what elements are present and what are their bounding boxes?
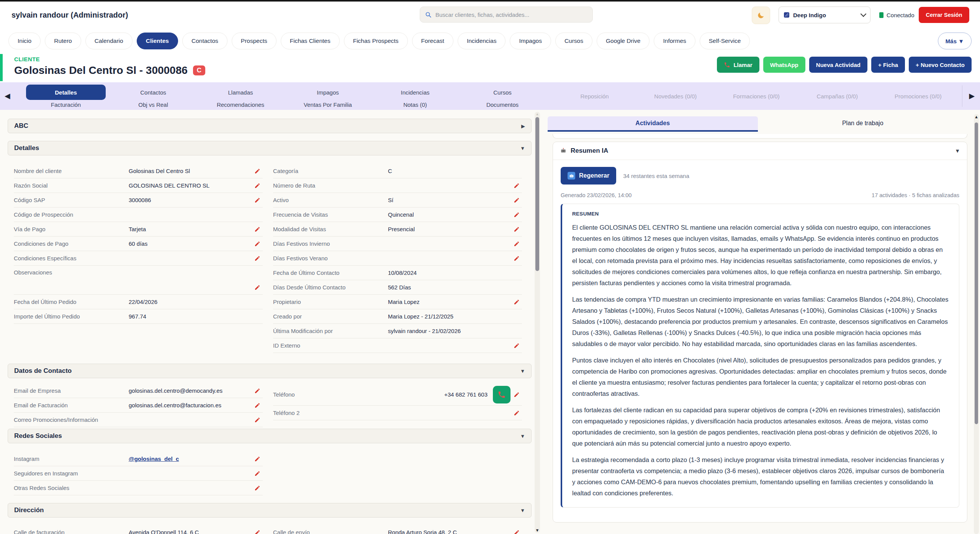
whatsapp-button[interactable]: WhatsApp: [763, 57, 805, 73]
right-pane-scrollbar[interactable]: ▲: [974, 114, 979, 534]
strip-tab-label: Campañas (0/0): [816, 93, 858, 100]
section-datos-contacto[interactable]: Datos de Contacto ▼: [8, 364, 532, 378]
tab-plan-de-trabajo[interactable]: Plan de trabajo: [758, 116, 968, 132]
tab-reposicion[interactable]: Reposición: [554, 93, 635, 100]
edit-pencil-icon[interactable]: [254, 388, 260, 394]
new-activity-button[interactable]: Nueva Actividad: [809, 57, 867, 73]
resumen-ia-header[interactable]: Resumen IA ▼: [553, 142, 967, 160]
tab-actividades[interactable]: Actividades: [548, 116, 758, 132]
nav-tab-fichas-clientes[interactable]: Fichas Clientes: [281, 33, 340, 49]
tab-ventas-por-familia[interactable]: Ventas Por Familia: [284, 101, 371, 108]
call-phone-button[interactable]: [493, 386, 510, 403]
field-value[interactable]: @golosinas_del_c: [129, 456, 251, 462]
tab-campanas-0-0[interactable]: Campañas (0/0): [797, 93, 878, 100]
regenerate-button[interactable]: Regenerar: [561, 167, 616, 185]
edit-pencil-icon[interactable]: [514, 410, 520, 416]
tab-llamadas[interactable]: Llamadas: [197, 85, 284, 100]
edit-pencil-icon[interactable]: [514, 241, 520, 247]
scrollbar-thumb[interactable]: [535, 117, 539, 271]
nav-tab-inicio[interactable]: Inicio: [8, 33, 41, 49]
edit-pencil-icon[interactable]: [254, 456, 260, 462]
tab-formaciones-0-0[interactable]: Formaciones (0/0): [716, 93, 797, 100]
edit-pencil-icon[interactable]: [514, 343, 520, 349]
edit-pencil-icon[interactable]: [254, 529, 260, 534]
edit-pencil-icon[interactable]: [514, 299, 520, 305]
section-detalles[interactable]: Detalles ▼: [8, 141, 532, 155]
edit-pencil-icon[interactable]: [514, 255, 520, 261]
nav-tab-impagos[interactable]: Impagos: [510, 33, 551, 49]
nav-tab-google-drive[interactable]: Google Drive: [597, 33, 650, 49]
field-frecuencia-de-visitas: Frecuencia de Visitas Quincenal: [273, 207, 522, 222]
edit-pencil-icon[interactable]: [514, 392, 520, 398]
tab-facturacion[interactable]: Facturación: [22, 101, 110, 108]
nav-tab-calendario[interactable]: Calendario: [85, 33, 133, 49]
edit-pencil-icon[interactable]: [514, 226, 520, 232]
nav-tab-prospects[interactable]: Prospects: [232, 33, 276, 49]
edit-pencil-icon[interactable]: [254, 241, 260, 247]
nav-tab-label: Impagos: [519, 38, 542, 44]
logout-button[interactable]: Cerrar Sesión: [919, 7, 969, 23]
section-redes-sociales[interactable]: Redes Sociales ▼: [8, 429, 532, 443]
nav-tab-informes[interactable]: Informes: [654, 33, 695, 49]
edit-pencil-icon[interactable]: [254, 226, 260, 232]
edit-pencil-icon[interactable]: [514, 529, 520, 534]
more-menu-button[interactable]: Más ▼: [938, 33, 972, 49]
nav-tab-forecast[interactable]: Forecast: [412, 33, 453, 49]
theme-select[interactable]: Deep Indigo: [779, 7, 870, 23]
search-input[interactable]: [435, 11, 587, 18]
nav-tab-label: Incidencias: [467, 38, 497, 44]
scroll-up-icon[interactable]: ▲: [974, 114, 979, 119]
section-direccion[interactable]: Dirección ▼: [8, 503, 532, 518]
contacto-col-right: Teléfono +34 682 761 603 Teléfono 2: [273, 384, 522, 427]
call-button[interactable]: Llamar: [717, 57, 759, 73]
nav-tab-label: Inicio: [18, 38, 31, 44]
edit-pencil-icon[interactable]: [254, 255, 260, 261]
edit-pencil-icon[interactable]: [254, 197, 260, 203]
tab-notas-0[interactable]: Notas (0): [371, 101, 459, 108]
nav-tab-fichas-prospects[interactable]: Fichas Prospects: [344, 33, 408, 49]
scroll-up-icon[interactable]: ▲: [535, 112, 540, 116]
tab-detalles[interactable]: Detalles: [26, 85, 106, 100]
strip-scroll-right-icon[interactable]: ▶: [969, 91, 975, 100]
nav-tab-incidencias[interactable]: Incidencias: [458, 33, 506, 49]
edit-pencil-icon[interactable]: [254, 485, 260, 491]
tab-documentos[interactable]: Documentos: [459, 101, 546, 108]
strip-tab-label: Promociones (0/0): [895, 93, 942, 100]
nav-tab-cursos[interactable]: Cursos: [555, 33, 592, 49]
field-label: Nombre del cliente: [14, 168, 129, 174]
nav-tab-rutero[interactable]: Rutero: [45, 33, 81, 49]
edit-pencil-icon[interactable]: [514, 183, 520, 189]
tab-impagos[interactable]: Impagos: [284, 85, 371, 100]
connected-dot-icon: [879, 12, 883, 18]
edit-pencil-icon[interactable]: [254, 402, 260, 408]
collapse-down-icon: ▼: [520, 368, 525, 374]
edit-pencil-icon[interactable]: [514, 197, 520, 203]
tab-recomendaciones[interactable]: Recomendaciones: [197, 101, 284, 108]
edit-pencil-icon[interactable]: [254, 417, 260, 423]
tab-contactos[interactable]: Contactos: [110, 85, 197, 100]
tab-novedades-0-0[interactable]: Novedades (0/0): [635, 93, 716, 100]
edit-pencil-icon[interactable]: [514, 212, 520, 218]
scrollbar-thumb[interactable]: [975, 122, 978, 424]
tab-cursos[interactable]: Cursos: [459, 85, 546, 100]
section-abc[interactable]: ABC ▶: [8, 119, 532, 133]
edit-pencil-icon[interactable]: [254, 168, 260, 174]
field-label: Última Modificación por: [273, 328, 388, 334]
edit-pencil-icon[interactable]: [254, 470, 260, 477]
tab-incidencias[interactable]: Incidencias: [371, 85, 459, 100]
nav-tab-clientes[interactable]: Clientes: [137, 33, 178, 49]
edit-pencil-icon[interactable]: [254, 284, 260, 291]
nav-tab-contactos[interactable]: Contactos: [182, 33, 227, 49]
left-pane-scrollbar[interactable]: ▲ ▼: [535, 112, 540, 533]
nav-tab-self-service[interactable]: Self-Service: [700, 33, 750, 49]
global-search[interactable]: [420, 7, 593, 23]
edit-pencil-icon[interactable]: [254, 183, 260, 189]
tab-obj-vs-real[interactable]: Obj vs Real: [110, 101, 197, 108]
tab-promociones-0-0[interactable]: Promociones (0/0): [878, 93, 959, 100]
field-dias-festivos-verano: Días Festivos Verano: [273, 251, 522, 266]
strip-scroll-left-icon[interactable]: ◀: [5, 91, 10, 100]
add-ficha-button[interactable]: + Ficha: [871, 57, 905, 73]
scroll-down-icon[interactable]: ▼: [535, 528, 540, 532]
add-contact-button[interactable]: + Nuevo Contacto: [909, 57, 972, 73]
dark-mode-toggle[interactable]: [752, 7, 770, 24]
